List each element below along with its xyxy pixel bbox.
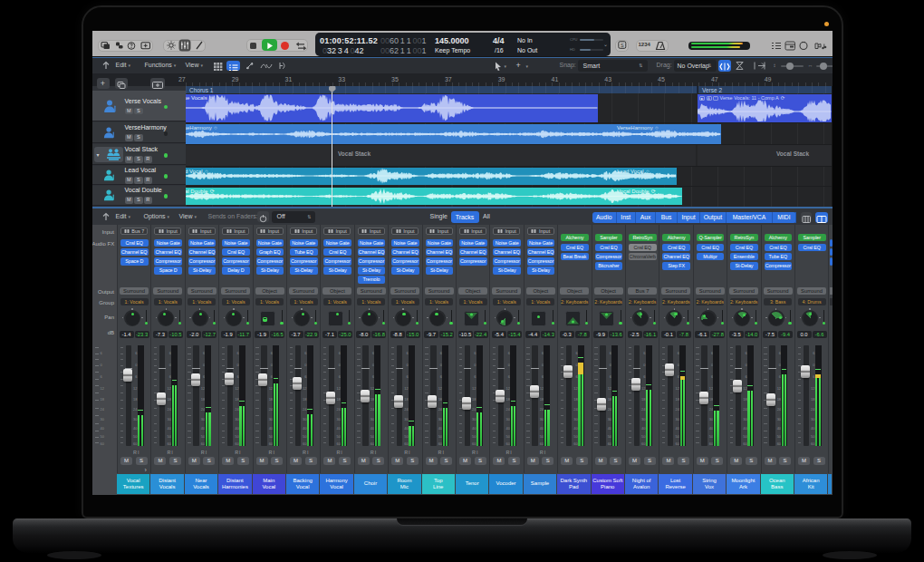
svg-text:S: S xyxy=(620,43,623,48)
